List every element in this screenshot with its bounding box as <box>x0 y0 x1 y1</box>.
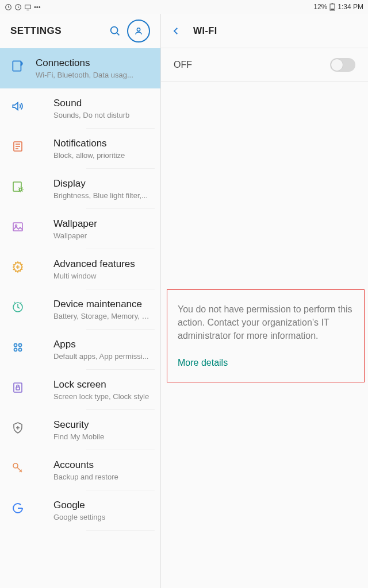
shield-icon <box>10 420 25 435</box>
svg-rect-2 <box>25 5 31 9</box>
advanced-icon <box>10 260 25 274</box>
svg-point-8 <box>137 28 140 31</box>
setting-sub: Backup and restore <box>53 473 150 481</box>
setting-connections[interactable]: Connections Wi-Fi, Bluetooth, Data usag.… <box>0 48 160 88</box>
setting-sub: Battery, Storage, Memory, D... <box>53 312 150 320</box>
wallpaper-icon <box>10 219 25 234</box>
setting-sub: Multi window <box>53 272 150 280</box>
svg-rect-14 <box>13 182 21 191</box>
setting-sub: Block, allow, prioritize <box>53 151 150 160</box>
setting-apps[interactable]: Apps Default apps, App permissi... <box>43 330 160 370</box>
setting-advanced[interactable]: Advanced features Multi window <box>43 249 160 289</box>
status-right: 12% 1:34 PM <box>313 3 363 11</box>
setting-sub: Default apps, App permissi... <box>53 352 150 361</box>
setting-lock-screen[interactable]: Lock screen Screen lock type, Clock styl… <box>43 370 160 410</box>
svg-point-29 <box>13 463 18 468</box>
setting-title: Sound <box>53 98 150 109</box>
notifications-icon <box>10 139 25 154</box>
settings-sidebar: SETTINGS Connections Wi-Fi, Bluetooth, D… <box>0 14 161 588</box>
setting-accounts[interactable]: Accounts Backup and restore <box>43 450 160 490</box>
status-left: ••• <box>5 3 41 11</box>
key-icon <box>10 461 25 475</box>
setting-title: Apps <box>53 339 150 350</box>
svg-point-15 <box>20 188 22 191</box>
sync-icon-2 <box>14 3 22 11</box>
detail-header: WI-FI <box>161 14 368 48</box>
setting-sub: Brightness, Blue light filter,... <box>53 191 150 200</box>
setting-sub: Wallpaper <box>53 231 150 240</box>
wifi-toggle-row: OFF <box>161 48 368 82</box>
setting-notifications[interactable]: Notifications Block, allow, prioritize <box>43 129 160 169</box>
setting-sound[interactable]: Sound Sounds, Do not disturb <box>43 88 160 129</box>
svg-point-6 <box>111 27 118 34</box>
profile-button[interactable] <box>127 20 150 42</box>
setting-sub: Wi-Fi, Bluetooth, Data usag... <box>36 71 150 79</box>
connections-icon <box>10 59 25 74</box>
setting-title: Security <box>53 419 150 431</box>
svg-point-21 <box>14 344 17 347</box>
settings-list: Connections Wi-Fi, Bluetooth, Data usag.… <box>0 48 160 588</box>
sound-icon <box>10 99 25 114</box>
settings-header: SETTINGS <box>0 14 160 48</box>
battery-percent: 12% <box>313 3 327 11</box>
setting-sub: Find My Mobile <box>53 432 150 441</box>
setting-title: Lock screen <box>53 379 150 390</box>
svg-rect-26 <box>16 387 20 390</box>
setting-sub: Google settings <box>53 513 150 521</box>
search-icon[interactable] <box>109 25 121 37</box>
setting-title: Display <box>53 178 150 189</box>
setting-sub: Screen lock type, Clock style <box>53 392 150 401</box>
lock-icon <box>10 380 25 395</box>
apps-icon <box>10 340 25 355</box>
svg-rect-9 <box>13 61 21 71</box>
google-icon <box>10 501 25 516</box>
setting-security[interactable]: Security Find My Mobile <box>43 410 160 450</box>
setting-title: Wallpaper <box>53 218 150 230</box>
svg-point-23 <box>14 349 17 351</box>
svg-line-7 <box>117 33 119 35</box>
setting-google[interactable]: Google Google settings <box>43 490 160 531</box>
detail-title: WI-FI <box>193 26 217 36</box>
setting-title: Accounts <box>53 459 150 471</box>
setting-device-maintenance[interactable]: Device maintenance Battery, Storage, Mem… <box>43 289 160 330</box>
setting-title: Device maintenance <box>53 299 150 310</box>
setting-sub: Sounds, Do not disturb <box>53 111 150 119</box>
svg-rect-16 <box>13 223 22 231</box>
device-maintenance-icon <box>10 300 25 315</box>
more-details-link[interactable]: More details <box>178 358 354 368</box>
display-icon <box>10 179 25 194</box>
back-button[interactable] <box>168 23 184 39</box>
svg-rect-4 <box>332 3 334 5</box>
wifi-toggle[interactable] <box>330 58 355 72</box>
setting-title: Notifications <box>53 138 150 149</box>
svg-rect-5 <box>331 9 334 10</box>
setting-title: Google <box>53 500 150 511</box>
clock-time: 1:34 PM <box>338 3 363 11</box>
more-icon: ••• <box>34 3 41 10</box>
setting-title: Connections <box>36 57 150 69</box>
setting-wallpaper[interactable]: Wallpaper Wallpaper <box>43 209 160 249</box>
svg-point-22 <box>19 344 22 347</box>
settings-title: SETTINGS <box>10 25 103 37</box>
cast-icon <box>24 3 32 11</box>
setting-title: Advanced features <box>53 258 150 270</box>
detail-panel: WI-FI OFF You do not have permission to … <box>161 14 368 588</box>
wifi-toggle-label: OFF <box>174 60 192 70</box>
sync-icon <box>5 3 12 11</box>
svg-point-24 <box>19 349 22 351</box>
permission-warning: You do not have permission to perform th… <box>167 289 365 382</box>
permission-message: You do not have permission to perform th… <box>178 303 354 343</box>
status-bar: ••• 12% 1:34 PM <box>0 0 368 14</box>
setting-display[interactable]: Display Brightness, Blue light filter,..… <box>43 169 160 209</box>
battery-icon <box>329 3 335 11</box>
svg-rect-25 <box>14 383 22 392</box>
